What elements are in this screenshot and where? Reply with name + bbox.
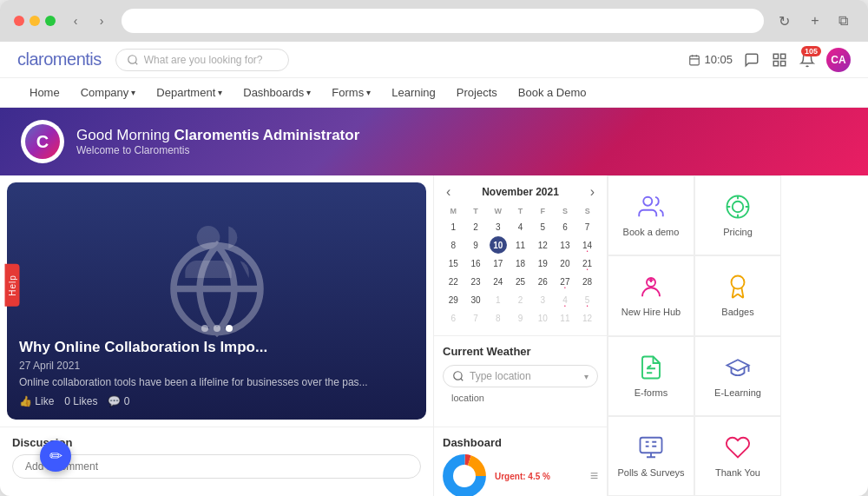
cal-day-28[interactable]: 28 [579,273,596,290]
nav-company[interactable]: Company▾ [72,79,145,106]
main-grid: Why Online Collaboration Is Impo... 27 A… [0,175,868,496]
blog-users-bg [182,217,252,290]
cal-day-13[interactable]: 13 [556,236,574,254]
cal-day-2[interactable]: 2 [467,218,484,235]
cal-day-nm12[interactable]: 12 [579,309,596,327]
cal-day-18[interactable]: 18 [511,255,529,272]
quick-link-eforms[interactable]: E-forms [608,336,694,416]
apps-icon[interactable] [771,51,788,69]
quick-link-polls[interactable]: Polls & Surveys [608,416,694,496]
forward-button[interactable]: › [90,10,113,32]
svg-rect-21 [641,438,662,453]
calendar-header: ‹ November 2021 › [443,184,598,200]
new-tab-button[interactable]: + [804,10,826,32]
cal-day-5[interactable]: 5 [534,218,551,235]
cal-day-4[interactable]: 4 [511,218,529,235]
weather-search-icon [452,370,464,382]
cal-day-23[interactable]: 23 [467,273,484,290]
cal-day-1[interactable]: 1 [444,218,462,235]
cal-day-29[interactable]: 29 [444,291,462,308]
window-button[interactable]: ⧉ [832,10,854,32]
discussion-input[interactable] [12,454,421,479]
cal-day-nm3[interactable]: 3 [534,291,551,308]
cal-day-15[interactable]: 15 [444,255,462,272]
cal-day-27[interactable]: 27• [556,273,574,290]
cal-day-22[interactable]: 22 [444,273,462,290]
cal-day-6[interactable]: 6 [556,218,574,235]
search-bar[interactable]: What are you looking for? [115,49,289,71]
cal-day-nm1[interactable]: 1 [490,291,507,308]
quick-link-elearning[interactable]: E-Learning [694,336,781,416]
middle-column: ‹ November 2021 › M T W T F S S [434,175,608,496]
nav-department[interactable]: Department▾ [148,79,231,106]
top-header: claromentis What are you looking for? 10… [0,42,868,78]
browser-titlebar: ‹ › ↻ + ⧉ [0,0,868,42]
cal-header-t1: T [465,205,487,217]
weather-title: Current Weather [443,345,598,358]
chat-icon[interactable] [743,51,760,69]
cal-day-nm7[interactable]: 7 [467,309,484,327]
search-icon [127,54,139,66]
cal-day-7[interactable]: 7 [579,218,596,235]
cal-day-20[interactable]: 20 [556,255,574,272]
cal-day-8[interactable]: 8 [444,236,462,254]
maximize-button[interactable] [45,16,56,26]
cal-day-24[interactable]: 24 [490,273,507,290]
cal-day-14[interactable]: 14• [579,236,596,254]
close-button[interactable] [14,16,24,26]
refresh-button[interactable]: ↻ [773,10,795,32]
user-avatar[interactable]: CA [826,48,851,72]
cal-day-19[interactable]: 19 [534,255,551,272]
pricing-label: Pricing [723,227,753,237]
fab-button[interactable]: ✏ [40,440,71,472]
cal-day-25[interactable]: 25 [511,273,529,290]
blog-like[interactable]: 👍 Like [19,395,54,407]
quick-link-thankyou[interactable]: Thank You [694,416,781,496]
nav-home[interactable]: Home [21,79,69,106]
cal-day-nm8[interactable]: 8 [490,309,507,327]
cal-day-21[interactable]: 21• [579,255,596,272]
cal-day-nm2[interactable]: 2 [511,291,529,308]
cal-day-10-today[interactable]: 10 [490,236,507,254]
quick-link-badges[interactable]: Badges [694,255,781,335]
pricing-icon [725,194,751,223]
cal-day-16[interactable]: 16 [467,255,484,272]
cal-day-nm10[interactable]: 10 [534,309,551,327]
cal-day-nm11[interactable]: 11 [556,309,574,327]
address-bar[interactable] [122,9,764,33]
cal-day-26[interactable]: 26 [534,273,551,290]
cal-day-30[interactable]: 30 [467,291,484,308]
blog-comments[interactable]: 💬 0 [108,395,129,407]
svg-rect-5 [773,54,778,58]
cal-day-nm5[interactable]: 5• [579,291,596,308]
notifications-icon[interactable]: 105 [799,51,816,69]
cal-day-17[interactable]: 17 [490,255,507,272]
nav-book-demo[interactable]: Book a Demo [510,79,595,106]
blog-card: Why Online Collaboration Is Impo... 27 A… [7,182,426,420]
cal-day-nm9[interactable]: 9 [511,309,529,327]
nav-forms[interactable]: Forms▾ [323,79,379,106]
quick-link-pricing[interactable]: Pricing [694,175,781,255]
eforms-label: E-forms [635,387,668,398]
dashboard-menu[interactable]: ≡ [590,468,598,484]
cal-day-3[interactable]: 3 [490,218,507,235]
thankyou-icon [725,434,751,464]
minimize-button[interactable] [30,16,40,26]
back-button[interactable]: ‹ [64,10,87,32]
cal-day-11[interactable]: 11 [511,236,529,254]
cal-day-nm6[interactable]: 6 [444,309,462,327]
cal-day-9[interactable]: 9 [467,236,484,254]
cal-day-nm4[interactable]: 4• [556,291,574,308]
nav-projects[interactable]: Projects [448,79,506,106]
cal-day-12[interactable]: 12 [534,236,551,254]
svg-point-12 [454,372,462,380]
quick-link-new-hire[interactable]: New Hire Hub [608,255,694,335]
quick-link-book-demo[interactable]: Book a demo [608,175,694,255]
weather-search[interactable]: Type location ▾ [443,365,598,387]
help-tab[interactable]: Help [5,264,20,307]
blog-date: 27 April 2021 [19,360,414,372]
calendar-prev[interactable]: ‹ [443,184,454,200]
nav-learning[interactable]: Learning [383,79,444,106]
calendar-next[interactable]: › [587,184,598,200]
nav-dashboards[interactable]: Dashboards▾ [234,79,319,106]
